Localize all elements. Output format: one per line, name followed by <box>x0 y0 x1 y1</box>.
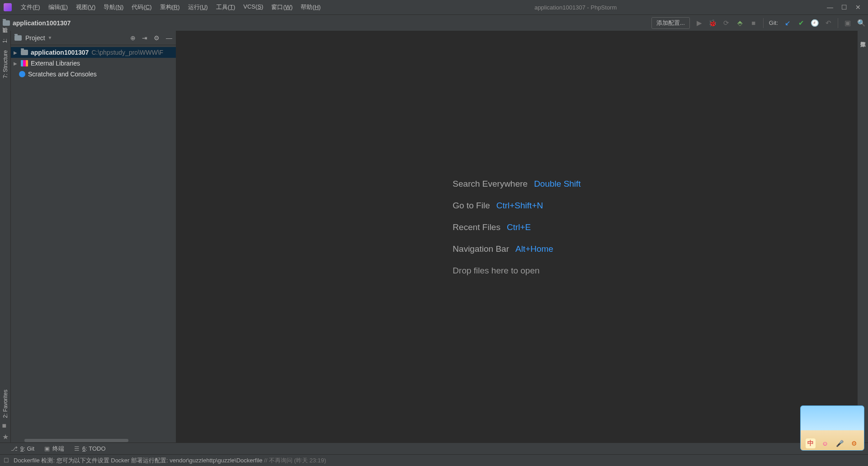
editor-tip-0: Search EverywhereDouble Shift <box>453 179 580 188</box>
add-configuration-button[interactable]: 添加配置... <box>651 17 690 29</box>
todo-tool-tab[interactable]: ☰ 6: TODO <box>74 445 106 452</box>
editor-drop-hint: Drop files here to open <box>453 265 580 275</box>
chevron-down-icon[interactable]: ▼ <box>48 35 52 40</box>
debug-icon[interactable]: 🐞 <box>709 19 717 27</box>
tree-scratches[interactable]: Scratches and Consoles <box>11 69 176 80</box>
nav-toolbar: application1001307 添加配置... ▶ 🐞 ⟳ ⬘ ■ Git… <box>0 14 868 31</box>
maximize-button[interactable]: ☐ <box>841 4 847 11</box>
list-icon: ☰ <box>74 445 80 452</box>
git-commit-icon[interactable]: ✔ <box>797 19 805 27</box>
locate-icon[interactable]: ⊕ <box>130 34 136 42</box>
tree-scratches-label: Scratches and Consoles <box>28 71 97 78</box>
git-label: Git: <box>769 19 778 26</box>
separator <box>763 18 764 28</box>
database-tool-tab[interactable]: 数据库 <box>858 33 868 41</box>
menu-item-8[interactable]: VCS(S) <box>240 1 267 13</box>
editor-area[interactable]: Search EverywhereDouble ShiftGo to FileC… <box>176 31 857 442</box>
folder-icon <box>21 50 28 55</box>
ime-widget[interactable]: 中 ☺ 🎤 ⚙ <box>800 405 864 451</box>
menu-item-0[interactable]: 文件(F) <box>17 1 44 13</box>
project-tool-tab[interactable]: 1: 项目 <box>0 33 10 47</box>
scrollbar-thumb[interactable] <box>24 439 128 442</box>
favorites-tool-tab[interactable]: 2: Favorites <box>1 386 9 422</box>
menu-item-5[interactable]: 重构(R) <box>156 1 184 13</box>
bookmark-icon[interactable]: ■ <box>2 422 9 428</box>
menu-item-4[interactable]: 代码(C) <box>128 1 155 13</box>
folder-icon <box>14 35 22 41</box>
status-bar: ☐ Dockerfile 检测: 您可为以下文件设置 Docker 部署运行配置… <box>0 454 868 466</box>
editor-tip-2: Recent FilesCtrl+E <box>453 222 580 232</box>
tip-shortcut: Alt+Home <box>515 244 553 254</box>
git-history-icon[interactable]: 🕘 <box>811 19 819 27</box>
menu-item-3[interactable]: 导航(N) <box>100 1 127 13</box>
main-area: 1: 项目 7: Structure 2: Favorites ■ ★ Proj… <box>0 31 868 442</box>
profiler-icon[interactable]: ⬘ <box>736 19 744 27</box>
scratch-icon <box>19 71 25 77</box>
folder-icon <box>3 20 10 26</box>
tip-shortcut: Ctrl+E <box>507 222 531 232</box>
tip-label: Recent Files <box>453 222 500 232</box>
menu-item-6[interactable]: 运行(U) <box>184 1 212 13</box>
stop-icon[interactable]: ■ <box>750 19 758 27</box>
tree-root-path: C:\phpstudy_pro\WWW\F <box>91 49 163 56</box>
terminal-icon: ▣ <box>44 445 50 452</box>
git-tool-tab[interactable]: ⎇ 9: Git <box>11 445 34 452</box>
tree-root[interactable]: ▶ application1001307 C:\phpstudy_pro\WWW… <box>11 47 176 58</box>
search-icon[interactable]: 🔍 <box>857 19 865 27</box>
menu-item-7[interactable]: 工具(T) <box>212 1 239 13</box>
tip-label: Navigation Bar <box>453 244 509 254</box>
layout-icon[interactable]: ▣ <box>844 19 852 27</box>
tip-label: Search Everywhere <box>453 179 528 188</box>
window-controls: — ☐ ✕ <box>827 4 864 11</box>
menu-item-9[interactable]: 窗口(W) <box>268 1 296 13</box>
app-icon <box>4 3 12 11</box>
breadcrumb-project: application1001307 <box>13 19 71 27</box>
project-panel-header: Project ▼ ⊕ ⇥ ⚙ — <box>11 31 176 45</box>
ime-badge[interactable]: 中 <box>806 438 816 448</box>
library-icon <box>21 60 28 66</box>
project-panel-title[interactable]: Project <box>25 34 45 42</box>
run-icon[interactable]: ▶ <box>695 19 703 27</box>
menu-item-1[interactable]: 编辑(E) <box>45 1 71 13</box>
notification-icon[interactable]: ☐ <box>4 457 9 464</box>
separator <box>838 18 838 28</box>
editor-empty-state: Search EverywhereDouble ShiftGo to FileC… <box>453 179 580 275</box>
ime-settings-icon[interactable]: ⚙ <box>849 438 859 448</box>
tree-external-libraries[interactable]: ▶ External Libraries <box>11 58 176 69</box>
bottom-tool-tabs: ⎇ 9: Git ▣ 终端 ☰ 6: TODO <box>0 442 868 454</box>
ime-voice-icon[interactable]: 🎤 <box>835 438 844 448</box>
git-update-icon[interactable]: ↙ <box>783 19 792 27</box>
menu-item-2[interactable]: 视图(V) <box>72 1 99 13</box>
project-panel: Project ▼ ⊕ ⇥ ⚙ — ▶ application1001307 C… <box>11 31 176 442</box>
chevron-right-icon[interactable]: ▶ <box>14 61 18 66</box>
terminal-tool-tab[interactable]: ▣ 终端 <box>44 445 64 453</box>
status-message[interactable]: Dockerfile 检测: 您可为以下文件设置 Docker 部署运行配置: … <box>14 457 326 465</box>
editor-tip-3: Navigation BarAlt+Home <box>453 244 580 254</box>
star-icon[interactable]: ★ <box>2 433 9 439</box>
tip-shortcut: Ctrl+Shift+N <box>496 200 543 210</box>
gear-icon[interactable]: ⚙ <box>154 34 160 42</box>
tip-label: Go to File <box>453 200 490 210</box>
hide-icon[interactable]: — <box>166 34 172 42</box>
tip-shortcut: Double Shift <box>534 179 581 188</box>
left-tool-strip: 1: 项目 7: Structure 2: Favorites ■ ★ <box>0 31 11 442</box>
git-revert-icon[interactable]: ↶ <box>824 19 832 27</box>
tree-root-name: application1001307 <box>31 49 89 56</box>
coverage-icon[interactable]: ⟳ <box>722 19 731 27</box>
menu-item-10[interactable]: 帮助(H) <box>297 1 324 13</box>
ime-emoji-icon[interactable]: ☺ <box>820 438 830 448</box>
right-tool-strip: 数据库 <box>857 31 868 442</box>
project-tree[interactable]: ▶ application1001307 C:\phpstudy_pro\WWW… <box>11 45 176 439</box>
main-menu: 文件(F)编辑(E)视图(V)导航(N)代码(C)重构(R)运行(U)工具(T)… <box>17 1 324 13</box>
structure-tool-tab[interactable]: 7: Structure <box>1 47 9 82</box>
close-button[interactable]: ✕ <box>855 4 861 11</box>
chevron-right-icon[interactable]: ▶ <box>14 50 18 55</box>
breadcrumb[interactable]: application1001307 <box>3 19 71 27</box>
horizontal-scrollbar[interactable] <box>11 439 176 442</box>
minimize-button[interactable]: — <box>827 4 833 11</box>
tree-external-label: External Libraries <box>31 60 80 67</box>
title-bar: 文件(F)编辑(E)视图(V)导航(N)代码(C)重构(R)运行(U)工具(T)… <box>0 0 868 14</box>
expand-all-icon[interactable]: ⇥ <box>142 34 147 42</box>
editor-tip-1: Go to FileCtrl+Shift+N <box>453 200 580 210</box>
window-title: application1001307 - PhpStorm <box>324 4 827 11</box>
